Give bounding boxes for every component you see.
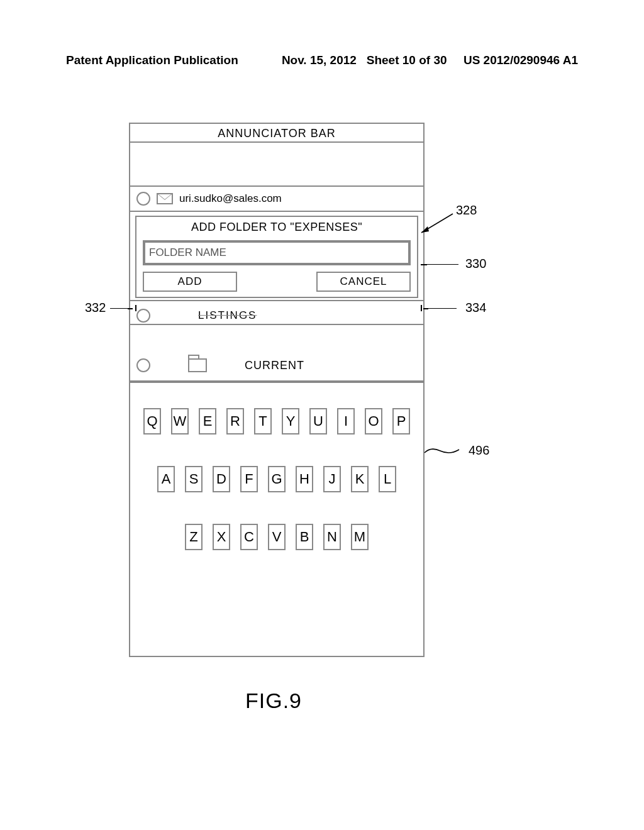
key-s[interactable]: S: [185, 466, 203, 492]
add-button[interactable]: ADD: [143, 272, 237, 292]
key-g[interactable]: G: [268, 466, 286, 492]
kb-row-3: ZXCVBNM: [130, 524, 423, 550]
folder-icon: [188, 358, 207, 372]
callout-330: 330: [465, 257, 486, 271]
folder-name-placeholder: FOLDER NAME: [149, 246, 226, 259]
current-folder-row[interactable]: CURRENT: [130, 350, 423, 382]
key-y[interactable]: Y: [282, 408, 299, 434]
tick-334-a: [421, 305, 422, 311]
key-m[interactable]: M: [351, 524, 369, 550]
account-email: uri.sudko@sales.com: [179, 192, 282, 205]
key-h[interactable]: H: [296, 466, 313, 492]
svg-marker-1: [421, 226, 429, 233]
leader-330: [427, 264, 458, 265]
key-b[interactable]: B: [296, 524, 313, 550]
key-x[interactable]: X: [213, 524, 230, 550]
key-v[interactable]: V: [268, 524, 286, 550]
header-right: Nov. 15, 2012 Sheet 10 of 30 US 2012/029…: [282, 53, 578, 67]
add-folder-dialog: ADD FOLDER TO "EXPENSES" FOLDER NAME ADD…: [135, 216, 418, 298]
key-l[interactable]: L: [379, 466, 396, 492]
callout-334: 334: [465, 301, 486, 315]
radio-icon: [136, 309, 150, 323]
callout-496: 496: [469, 443, 489, 458]
folder-name-input[interactable]: FOLDER NAME: [143, 240, 411, 265]
key-u[interactable]: U: [309, 408, 327, 434]
keyboard: QWERTYUIOP ASDFGHJKL ZXCVBNM: [130, 382, 423, 656]
cancel-button[interactable]: CANCEL: [316, 272, 411, 292]
key-z[interactable]: Z: [185, 524, 203, 550]
current-label: CURRENT: [245, 359, 304, 372]
blank-strip: [130, 143, 423, 187]
leader-496: [425, 443, 475, 462]
key-c[interactable]: C: [240, 524, 258, 550]
key-t[interactable]: T: [254, 408, 272, 434]
envelope-icon: [157, 193, 173, 204]
key-e[interactable]: E: [199, 408, 216, 434]
kb-row-2: ASDFGHJKL: [130, 466, 423, 492]
callout-328: 328: [456, 203, 477, 218]
listings-row[interactable]: LISTINGS: [130, 300, 423, 325]
key-n[interactable]: N: [323, 524, 341, 550]
leader-332: [110, 308, 129, 309]
tick-330-l: [421, 264, 427, 265]
leader-334: [428, 308, 457, 309]
key-j[interactable]: J: [323, 466, 341, 492]
header-left: Patent Application Publication: [66, 53, 238, 67]
key-i[interactable]: I: [337, 408, 355, 434]
key-w[interactable]: W: [171, 408, 189, 434]
key-q[interactable]: Q: [143, 408, 161, 434]
device-frame: ANNUNCIATOR BAR uri.sudko@sales.com ADD …: [129, 123, 425, 657]
callout-332: 332: [85, 301, 106, 315]
key-o[interactable]: O: [365, 408, 382, 434]
dialog-title: ADD FOLDER TO "EXPENSES": [136, 217, 417, 240]
figure-label: FIG.9: [245, 689, 302, 713]
tick-334-b: [423, 308, 428, 309]
radio-icon: [136, 358, 150, 372]
account-row[interactable]: uri.sudko@sales.com: [130, 187, 423, 212]
key-d[interactable]: D: [213, 466, 230, 492]
listings-label: LISTINGS: [198, 309, 257, 322]
annunciator-bar: ANNUNCIATOR BAR: [130, 124, 423, 143]
page-header: Patent Application Publication Nov. 15, …: [66, 53, 578, 67]
key-f[interactable]: F: [240, 466, 258, 492]
key-r[interactable]: R: [226, 408, 244, 434]
key-p[interactable]: P: [392, 408, 410, 434]
key-a[interactable]: A: [157, 466, 175, 492]
kb-row-1: QWERTYUIOP: [130, 408, 423, 434]
tick-332-a: [128, 308, 133, 309]
tick-332-b: [135, 305, 136, 311]
key-k[interactable]: K: [351, 466, 369, 492]
radio-icon: [136, 192, 150, 206]
dialog-buttons: ADD CANCEL: [136, 272, 417, 292]
